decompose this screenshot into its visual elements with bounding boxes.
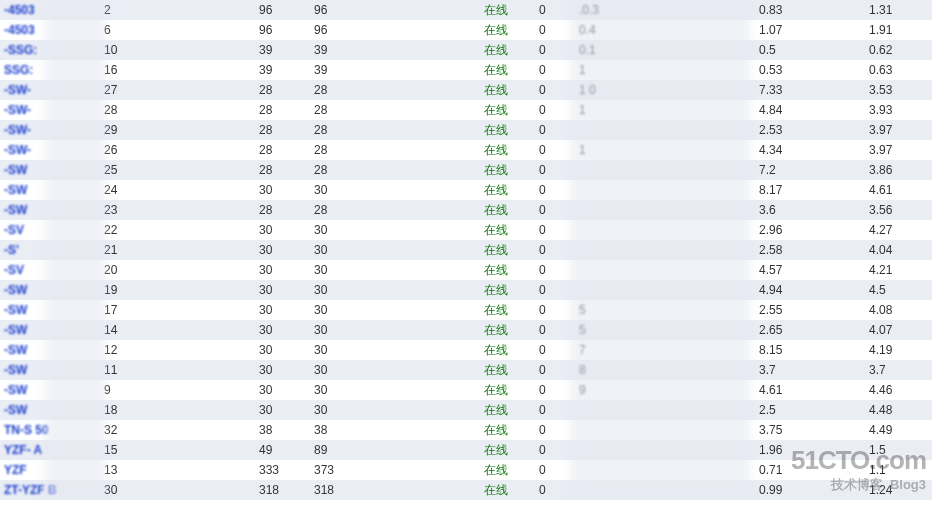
- value-cell: 373: [310, 460, 365, 480]
- value-cell: 17: [100, 300, 255, 320]
- table-row[interactable]: -SV223030在线02.964.27: [0, 220, 932, 240]
- device-name-cell[interactable]: ZT-YZF B: [0, 480, 100, 500]
- value-cell: 28: [100, 100, 255, 120]
- status-cell: 在线: [480, 240, 535, 260]
- value-cell: 7: [575, 340, 640, 360]
- table-row[interactable]: -450329696在线0.0.30.831.31: [0, 0, 932, 20]
- value-cell: 0: [535, 380, 575, 400]
- device-name-cell[interactable]: -SW: [0, 200, 100, 220]
- table-row[interactable]: -SV203030在线04.574.21: [0, 260, 932, 280]
- value-cell: 4.46: [865, 380, 920, 400]
- device-name-cell[interactable]: -SW-: [0, 140, 100, 160]
- device-name-cell[interactable]: -SSG:: [0, 40, 100, 60]
- value-cell: 16: [100, 60, 255, 80]
- table-row[interactable]: -SW-262828在线014.343.97: [0, 140, 932, 160]
- value-cell: 4.61: [865, 180, 920, 200]
- value-cell: 30: [255, 340, 310, 360]
- device-name-cell[interactable]: -SW: [0, 160, 100, 180]
- device-name-cell[interactable]: -SV: [0, 220, 100, 240]
- table-row[interactable]: YZF13333373在线00.711.1: [0, 460, 932, 480]
- value-cell: 39: [310, 40, 365, 60]
- value-cell: 30: [255, 300, 310, 320]
- value-cell: 0: [535, 80, 575, 100]
- device-name-cell[interactable]: -S': [0, 240, 100, 260]
- device-name-cell[interactable]: -4503: [0, 0, 100, 20]
- table-row[interactable]: -SW113030在线083.73.7: [0, 360, 932, 380]
- value-cell: 1: [575, 100, 640, 120]
- value-cell: 4.19: [865, 340, 920, 360]
- table-row[interactable]: -SW243030在线08.174.61: [0, 180, 932, 200]
- device-table: -450329696在线0.0.30.831.31-450369696在线00.…: [0, 0, 932, 500]
- device-name-cell[interactable]: -SW: [0, 340, 100, 360]
- device-name-cell[interactable]: -SW: [0, 280, 100, 300]
- table-row[interactable]: -SW-292828在线02.533.97: [0, 120, 932, 140]
- table-row[interactable]: -SW232828在线03.63.56: [0, 200, 932, 220]
- device-name-cell[interactable]: -SW-: [0, 100, 100, 120]
- value-cell: 2.55: [755, 300, 825, 320]
- device-name-cell[interactable]: -SW: [0, 320, 100, 340]
- value-cell: .0.3: [575, 0, 640, 20]
- table-row[interactable]: ZT-YZF B30318318在线00.991.24: [0, 480, 932, 500]
- value-cell: 0: [535, 460, 575, 480]
- device-name-cell[interactable]: -SW: [0, 400, 100, 420]
- table-row[interactable]: -SW-282828在线014.843.93: [0, 100, 932, 120]
- table-row[interactable]: SSG:163939在线010.530.63: [0, 60, 932, 80]
- device-name-cell[interactable]: YZF: [0, 460, 100, 480]
- status-cell: 在线: [480, 340, 535, 360]
- value-cell: 318: [255, 480, 310, 500]
- value-cell: 19: [100, 280, 255, 300]
- value-cell: 2: [100, 0, 255, 20]
- table-row[interactable]: -SSG:103939在线00.10.50.62: [0, 40, 932, 60]
- status-cell: 在线: [480, 20, 535, 40]
- value-cell: 3.7: [865, 360, 920, 380]
- value-cell: 30: [310, 340, 365, 360]
- value-cell: 318: [310, 480, 365, 500]
- device-name-cell[interactable]: -SW-: [0, 120, 100, 140]
- value-cell: 15: [100, 440, 255, 460]
- device-name-cell[interactable]: -SW: [0, 180, 100, 200]
- value-cell: 4.49: [865, 420, 920, 440]
- table-row[interactable]: -S'213030在线02.584.04: [0, 240, 932, 260]
- device-name-cell[interactable]: YZF- A: [0, 440, 100, 460]
- device-name-cell[interactable]: -SV: [0, 260, 100, 280]
- table-row[interactable]: -SW-272828在线01 07.333.53: [0, 80, 932, 100]
- table-row[interactable]: -450369696在线00.41.071.91: [0, 20, 932, 40]
- value-cell: 3.6: [755, 200, 825, 220]
- value-cell: 30: [310, 180, 365, 200]
- table-row[interactable]: YZF- A154989在线01.961.5: [0, 440, 932, 460]
- device-name-cell[interactable]: -4503: [0, 20, 100, 40]
- table-row[interactable]: -SW93030在线094.614.46: [0, 380, 932, 400]
- value-cell: 96: [310, 0, 365, 20]
- table-row[interactable]: -SW123030在线078.154.19: [0, 340, 932, 360]
- value-cell: 0: [535, 400, 575, 420]
- value-cell: 3.86: [865, 160, 920, 180]
- device-name-cell[interactable]: -SW: [0, 300, 100, 320]
- value-cell: 38: [255, 420, 310, 440]
- table-row[interactable]: -SW183030在线02.54.48: [0, 400, 932, 420]
- status-cell: 在线: [480, 260, 535, 280]
- table-row[interactable]: TN-S 50323838在线03.754.49: [0, 420, 932, 440]
- device-name-cell[interactable]: -SW: [0, 380, 100, 400]
- value-cell: 28: [255, 200, 310, 220]
- device-name-cell[interactable]: -SW-: [0, 80, 100, 100]
- value-cell: 28: [310, 160, 365, 180]
- table-row[interactable]: -SW173030在线052.554.08: [0, 300, 932, 320]
- table-row[interactable]: -SW143030在线052.654.07: [0, 320, 932, 340]
- value-cell: 4.48: [865, 400, 920, 420]
- value-cell: 0: [535, 260, 575, 280]
- value-cell: 28: [255, 100, 310, 120]
- value-cell: 1.5: [865, 440, 920, 460]
- status-cell: 在线: [480, 220, 535, 240]
- value-cell: 28: [310, 100, 365, 120]
- value-cell: 3.97: [865, 140, 920, 160]
- device-name-cell[interactable]: SSG:: [0, 60, 100, 80]
- table-row[interactable]: -SW193030在线04.944.5: [0, 280, 932, 300]
- value-cell: 7.33: [755, 80, 825, 100]
- device-name-cell[interactable]: TN-S 50: [0, 420, 100, 440]
- value-cell: 1.24: [865, 480, 920, 500]
- value-cell: 0: [535, 440, 575, 460]
- table-row[interactable]: -SW252828在线07.23.86: [0, 160, 932, 180]
- value-cell: 0.63: [865, 60, 920, 80]
- device-name-cell[interactable]: -SW: [0, 360, 100, 380]
- value-cell: 30: [255, 260, 310, 280]
